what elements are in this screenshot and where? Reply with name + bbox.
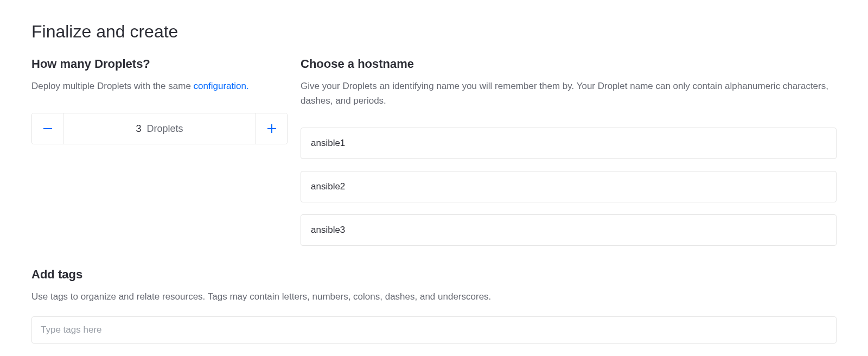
droplet-desc-text: Deploy multiple Droplets with the same (31, 81, 194, 91)
svg-rect-2 (267, 128, 276, 129)
page-title: Finalize and create (31, 22, 837, 42)
hostname-title: Choose a hostname (301, 57, 837, 71)
droplet-count-desc: Deploy multiple Droplets with the same c… (31, 79, 288, 93)
tags-desc: Use tags to organize and relate resource… (31, 289, 837, 304)
hostname-section: Choose a hostname Give your Droplets an … (301, 57, 837, 246)
droplet-count-stepper: 3 Droplets (31, 113, 288, 144)
plus-icon (267, 124, 276, 133)
hostname-input-3[interactable] (301, 214, 837, 246)
increment-button[interactable] (256, 113, 287, 144)
droplet-count-unit: Droplets (146, 123, 183, 135)
configuration-link[interactable]: configuration. (194, 81, 249, 91)
droplet-count-number: 3 (136, 123, 141, 135)
tags-input[interactable] (31, 316, 837, 344)
droplet-count-section: How many Droplets? Deploy multiple Dropl… (31, 57, 288, 246)
main-columns: How many Droplets? Deploy multiple Dropl… (31, 57, 837, 246)
hostname-input-1[interactable] (301, 128, 837, 159)
droplet-count-value: 3 Droplets (63, 113, 256, 144)
hostname-desc: Give your Droplets an identifying name y… (301, 79, 837, 108)
tags-input-wrap (31, 316, 837, 344)
hostname-input-2[interactable] (301, 171, 837, 202)
svg-rect-0 (43, 128, 52, 129)
hostname-input-list (301, 128, 837, 246)
droplet-count-title: How many Droplets? (31, 57, 288, 71)
decrement-button[interactable] (32, 113, 63, 144)
tags-section: Add tags Use tags to organize and relate… (31, 268, 837, 343)
minus-icon (43, 128, 52, 129)
tags-title: Add tags (31, 268, 837, 282)
